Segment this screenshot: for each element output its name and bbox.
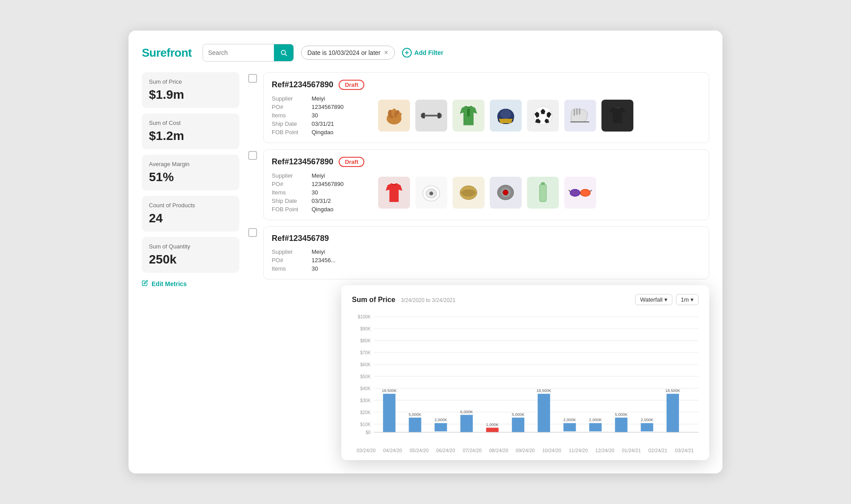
- edit-metrics-label: Edit Metrics: [152, 280, 187, 287]
- svg-point-26: [429, 191, 433, 195]
- x-axis-labels: 03/24/20 04/24/20 05/24/20 06/24/20 07/2…: [352, 448, 699, 453]
- po-ref-3: Ref#123456789: [272, 234, 329, 243]
- svg-text:$90K: $90K: [360, 326, 371, 331]
- po-card-3: Ref#123456789 Supplier Meiyi PO# 123456.…: [263, 226, 709, 279]
- po-field-po-2: PO# 1234567890: [272, 181, 360, 187]
- x-label-2: 05/24/20: [406, 448, 433, 453]
- chart-type-chevron: ▾: [664, 296, 668, 303]
- po-checkbox-1[interactable]: [248, 74, 257, 83]
- metric-label-sum-cost: Sum of Cost: [149, 120, 232, 126]
- bar-1: [409, 418, 421, 432]
- x-label-8: 11/24/20: [565, 448, 592, 453]
- product-img-padding: [490, 177, 522, 209]
- edit-metrics-button[interactable]: Edit Metrics: [142, 278, 239, 289]
- po-field-fob-2: FOB Point Qingdao: [272, 206, 360, 213]
- sidebar: Sum of Price $1.9m Sum of Cost $1.2m Ave…: [142, 72, 239, 289]
- bar-10: [641, 423, 653, 431]
- product-img-helmet: [490, 100, 522, 132]
- metric-value-count-products: 24: [149, 211, 232, 225]
- x-label-9: 12/24/20: [592, 448, 618, 453]
- logo: Surefront: [142, 46, 192, 60]
- x-label-12: 03/24/21: [671, 448, 698, 453]
- po-row-1: Ref#1234567890 Draft Supplier Meiyi PO# …: [248, 72, 709, 143]
- po-fields-1: Supplier Meiyi PO# 1234567890 Items 30: [272, 95, 360, 136]
- x-label-0: 03/24/20: [353, 448, 379, 453]
- svg-text:$60K: $60K: [360, 362, 371, 367]
- po-value-1: 1234567890: [312, 104, 344, 110]
- chart-period-label: 1m: [681, 296, 689, 303]
- svg-text:18,500K: 18,500K: [665, 388, 680, 393]
- items-label-1: Items: [272, 112, 307, 119]
- supplier-value-3: Meiyi: [312, 248, 325, 255]
- metric-label-avg-margin: Average Margin: [149, 161, 232, 167]
- add-filter-label: Add Filter: [414, 49, 443, 56]
- po-label-2: PO#: [272, 181, 307, 187]
- x-label-5: 08/24/20: [485, 448, 512, 453]
- metric-card-avg-margin: Average Margin 51%: [142, 155, 239, 190]
- items-label-2: Items: [272, 189, 307, 196]
- search-box: [203, 44, 294, 62]
- po-images-2: [378, 172, 701, 213]
- po-value-3: 123456...: [312, 257, 336, 264]
- po-field-supplier-1: Supplier Meiyi: [272, 95, 360, 102]
- svg-point-33: [570, 189, 580, 196]
- add-filter-button[interactable]: + Add Filter: [402, 48, 443, 58]
- product-img-motorcycle: [415, 177, 447, 209]
- po-label-3: PO#: [272, 257, 307, 264]
- product-img-skates: [564, 100, 596, 132]
- po-checkbox-2[interactable]: [248, 151, 257, 160]
- svg-text:$40K: $40K: [360, 386, 371, 391]
- po-field-items-3: Items 30: [272, 265, 360, 272]
- chart-overlay: Sum of Price 3/24/2020 to 3/24/2021 Wate…: [341, 285, 709, 460]
- metric-label-sum-quantity: Sum of Quantity: [149, 243, 232, 250]
- svg-rect-12: [467, 109, 470, 116]
- svg-text:$50K: $50K: [360, 374, 371, 379]
- metric-card-sum-cost: Sum of Cost $1.2m: [142, 113, 239, 149]
- metric-label-sum-price: Sum of Price: [149, 78, 232, 85]
- items-value-1: 30: [312, 112, 318, 119]
- po-row-2: Ref#1234567890 Draft Supplier Meiyi PO# …: [248, 149, 709, 220]
- search-button[interactable]: [274, 44, 293, 62]
- filter-close-icon[interactable]: ×: [384, 49, 388, 57]
- svg-text:5,000K: 5,000K: [409, 412, 422, 417]
- search-input[interactable]: [203, 49, 274, 56]
- chart-title-area: Sum of Price 3/24/2020 to 3/24/2021: [352, 296, 456, 304]
- svg-text:18,500K: 18,500K: [536, 388, 551, 393]
- bar-11: [667, 394, 679, 432]
- svg-text:6,000K: 6,000K: [460, 409, 473, 414]
- product-img-gear1: [453, 177, 484, 209]
- bar-8: [589, 423, 601, 431]
- svg-rect-31: [539, 184, 546, 202]
- ship-label-1: Ship Date: [272, 120, 307, 127]
- chart-svg: $0 $10K $20K $30K $40K $50K $60K $70K $8…: [352, 312, 699, 445]
- supplier-value-1: Meiyi: [312, 95, 325, 102]
- chart-controls: Waterfall ▾ 1m ▾: [635, 294, 699, 305]
- po-fields-2: Supplier Meiyi PO# 1234567890 Items 30: [272, 172, 360, 213]
- filter-chip[interactable]: Date is 10/03/2024 or later ×: [301, 46, 395, 60]
- product-img-soccer: [527, 100, 559, 132]
- items-value-2: 30: [312, 189, 318, 196]
- po-fields-3: Supplier Meiyi PO# 123456... Items 30: [272, 248, 360, 272]
- chart-title: Sum of Price: [352, 296, 395, 303]
- product-img-jacket: [453, 100, 484, 132]
- svg-rect-23: [579, 108, 580, 115]
- ship-value-2: 03/31/2: [312, 198, 331, 204]
- chart-type-select[interactable]: Waterfall ▾: [635, 294, 672, 305]
- po-checkbox-3[interactable]: [248, 228, 257, 237]
- metric-value-sum-price: $1.9m: [149, 88, 232, 102]
- po-card-1: Ref#1234567890 Draft Supplier Meiyi PO# …: [263, 72, 709, 143]
- svg-text:2,000K: 2,000K: [563, 418, 576, 422]
- svg-text:1,000K: 1,000K: [486, 422, 499, 426]
- metric-card-sum-price: Sum of Price $1.9m: [142, 72, 239, 108]
- bar-0: [383, 394, 395, 432]
- po-title-row-3: Ref#123456789: [272, 234, 701, 243]
- chart-period-select[interactable]: 1m ▾: [676, 294, 699, 305]
- product-img-tshirt: [601, 100, 633, 132]
- bar-5: [512, 418, 524, 432]
- svg-text:$20K: $20K: [360, 410, 371, 415]
- x-label-4: 07/24/20: [459, 448, 485, 453]
- po-field-ship-1: Ship Date 03/31/21: [272, 120, 360, 127]
- metric-value-sum-quantity: 250k: [149, 252, 232, 267]
- svg-line-37: [590, 190, 592, 191]
- draft-badge-1: Draft: [339, 80, 364, 90]
